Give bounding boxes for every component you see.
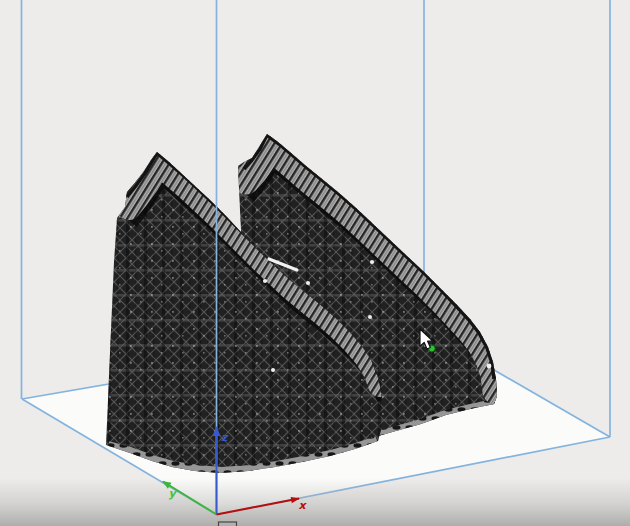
scene-canvas[interactable]: z y x	[0, 0, 630, 526]
viewport-3d[interactable]: z y x	[0, 0, 630, 526]
bottom-fade-gradient	[0, 478, 630, 526]
